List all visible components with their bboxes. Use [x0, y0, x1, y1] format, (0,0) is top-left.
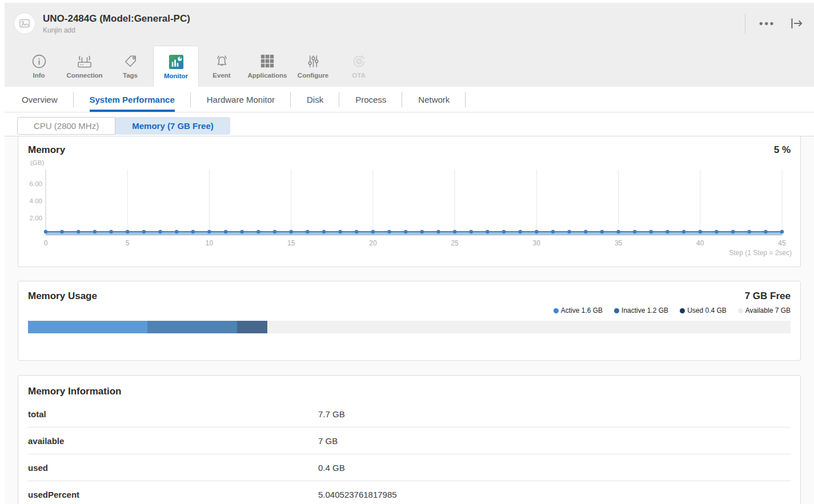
performance-content: Memory 5 % 0510152025303540452.004.006.0…	[5, 136, 814, 504]
subtab-label: Hardware Monitor	[207, 95, 275, 104]
subtab-hardware-monitor[interactable]: Hardware Monitor	[191, 87, 291, 112]
tab-configure[interactable]: Configure	[290, 44, 336, 87]
memory-usage-card: Memory Usage 7 GB Free Active 1.6 GB Ina…	[18, 281, 801, 361]
main-tab-bar: Info Connection	[5, 44, 814, 87]
svg-text:(GB): (GB)	[30, 159, 44, 166]
info-value: 5.040523761817985	[318, 490, 397, 499]
exit-panel-icon[interactable]	[789, 16, 804, 31]
svg-text:35: 35	[615, 239, 623, 247]
svg-text:2.00: 2.00	[30, 215, 42, 221]
svg-text:25: 25	[451, 239, 459, 247]
subtab-label: Process	[355, 95, 386, 104]
device-heading: UNO-2484G (Model:General-PC) Kunjin add	[43, 13, 745, 34]
device-title: UNO-2484G (Model:General-PC)	[43, 13, 745, 25]
subtab-system-performance[interactable]: System Performance	[74, 87, 191, 112]
legend-item-available: Available 7 GB	[738, 307, 791, 315]
info-value: 7 GB	[318, 436, 338, 446]
image-icon	[18, 17, 31, 30]
info-title: Memory Information	[28, 386, 791, 397]
tab-applications[interactable]: Applications	[244, 44, 290, 87]
tab-label: Info	[33, 72, 45, 79]
svg-text:5: 5	[126, 239, 130, 247]
info-key: available	[28, 436, 318, 446]
svg-text:6.00: 6.00	[30, 180, 42, 187]
tab-info[interactable]: Info	[16, 44, 62, 87]
legend-item-used: Used 0.4 GB	[680, 307, 727, 315]
usage-free-value: 7 GB Free	[745, 291, 791, 302]
legend-label: Inactive 1.2 GB	[621, 307, 668, 315]
info-key: used	[28, 463, 318, 473]
monitor-subtab-bar: Overview System Performance Hardware Mon…	[5, 87, 814, 112]
tab-label: Applications	[247, 72, 287, 79]
tab-label: Configure	[298, 72, 328, 79]
memory-usage-bar	[28, 321, 791, 333]
legend-dot-0	[554, 308, 559, 313]
subtab-disk[interactable]: Disk	[291, 87, 339, 112]
subtab-overview[interactable]: Overview	[17, 87, 74, 112]
chart-current-percent: 5 %	[774, 144, 791, 156]
more-options-icon[interactable]: •••	[759, 18, 775, 29]
info-value: 0.4 GB	[318, 463, 345, 473]
monitor-icon	[168, 53, 185, 70]
connection-icon	[76, 53, 93, 70]
header-actions: •••	[745, 14, 805, 33]
memory-toggle-button[interactable]: Memory (7 GB Free)	[115, 117, 230, 135]
subtab-label: Disk	[307, 95, 323, 104]
memory-information-card: Memory Information total 7.7 GB availabl…	[18, 375, 801, 504]
memory-chart-card: Memory 5 % 0510152025303540452.004.006.0…	[18, 136, 801, 267]
cpu-toggle-button[interactable]: CPU (2800 MHz)	[17, 117, 115, 135]
legend-dot-3	[738, 308, 743, 313]
usage-bar-segment-2	[237, 321, 267, 333]
info-row-usedpercent: usedPercent 5.040523761817985	[28, 481, 791, 504]
tab-ota: OTA	[336, 44, 382, 87]
tab-label: Tags	[123, 72, 138, 79]
subtab-label: Network	[418, 95, 450, 104]
svg-text:Step (1 Step = 2sec): Step (1 Step = 2sec)	[729, 249, 792, 257]
svg-text:4.00: 4.00	[30, 197, 42, 204]
info-value: 7.7 GB	[318, 409, 345, 419]
subtab-process[interactable]: Process	[339, 87, 402, 112]
legend-label: Available 7 GB	[745, 307, 791, 315]
device-header: UNO-2484G (Model:General-PC) Kunjin add …	[5, 3, 814, 44]
device-avatar	[14, 13, 35, 34]
memory-line-chart: 0510152025303540452.004.006.00(GB)Step (…	[28, 158, 792, 258]
bell-icon	[214, 53, 230, 70]
usage-title: Memory Usage	[28, 291, 97, 302]
tab-label: Connection	[66, 72, 102, 79]
subtab-label: Overview	[22, 95, 58, 104]
svg-text:10: 10	[206, 239, 214, 247]
svg-text:40: 40	[696, 239, 704, 247]
tags-icon	[123, 53, 138, 70]
sliders-icon	[306, 53, 321, 70]
info-key: usedPercent	[28, 490, 318, 499]
info-row-used: used 0.4 GB	[28, 454, 791, 481]
usage-bar-segment-0	[28, 321, 147, 333]
tab-connection[interactable]: Connection	[62, 44, 107, 87]
info-row-available: available 7 GB	[28, 428, 791, 454]
legend-dot-1	[614, 308, 619, 313]
legend-label: Active 1.6 GB	[561, 307, 603, 315]
legend-item-active: Active 1.6 GB	[554, 307, 603, 315]
svg-text:0: 0	[44, 239, 48, 247]
tab-label: Event	[212, 72, 230, 79]
info-key: total	[28, 409, 318, 419]
grid-icon	[260, 53, 275, 70]
performance-view-toggle: CPU (2800 MHz) Memory (7 GB Free)	[5, 112, 814, 136]
ota-update-icon	[351, 53, 367, 70]
svg-text:30: 30	[533, 239, 541, 247]
legend-item-inactive: Inactive 1.2 GB	[614, 307, 668, 315]
usage-legend: Active 1.6 GB Inactive 1.2 GB Used 0.4 G…	[28, 307, 791, 315]
tab-event[interactable]: Event	[199, 44, 244, 87]
subtab-label: System Performance	[90, 95, 175, 104]
tab-monitor[interactable]: Monitor	[153, 46, 199, 87]
svg-text:45: 45	[778, 239, 786, 247]
tab-tags[interactable]: Tags	[107, 44, 153, 87]
tab-label: Monitor	[164, 72, 188, 79]
subtab-network[interactable]: Network	[402, 87, 466, 112]
tab-label: OTA	[352, 72, 365, 79]
svg-text:15: 15	[287, 239, 295, 247]
info-row-total: total 7.7 GB	[28, 401, 791, 428]
svg-text:20: 20	[369, 239, 377, 247]
chart-title: Memory	[28, 144, 65, 156]
device-panel: UNO-2484G (Model:General-PC) Kunjin add …	[5, 3, 814, 504]
